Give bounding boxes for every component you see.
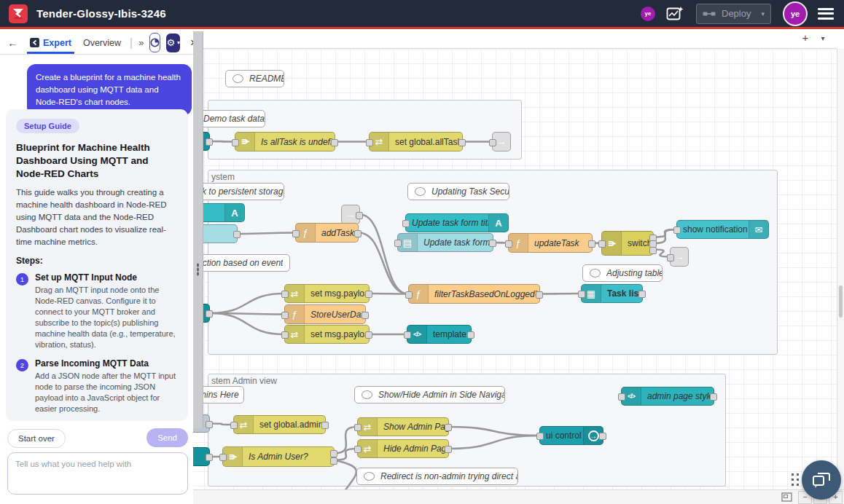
output-port[interactable] [599,433,606,440]
flow-node-isadmin[interactable]: ⋔Is Admin User? [222,446,335,467]
output-port[interactable] [536,291,543,299]
output-port[interactable] [638,291,646,298]
divider-grip[interactable] [197,263,199,276]
flow-node-notif[interactable]: show notification✉ [676,220,769,239]
input-port[interactable] [354,424,362,431]
navigator-icon[interactable] [781,492,792,502]
comment-node-c_updating[interactable]: Updating Task Securely [407,183,509,200]
flow-node-uicontrol[interactable]: ui control→ [539,426,603,445]
input-port[interactable] [394,240,402,247]
comment-node-c_adjust[interactable]: Adjusting table [582,264,663,282]
flow-node-linkout2[interactable]: → [670,247,689,267]
input-port[interactable] [598,240,606,248]
flow-node-updform[interactable]: ▤Update task form [397,233,493,252]
chat-button[interactable] [802,460,841,500]
output-port[interactable] [467,331,474,339]
panel-resize-divider[interactable] [193,31,203,428]
flow-node-showadmin[interactable]: ⇄Show Admin Page [357,417,449,436]
flow-node-linkout1[interactable]: → [492,132,511,151]
output-port[interactable] [649,247,657,254]
flow-node-tasklist[interactable]: ▦Task list [581,284,643,303]
output-port[interactable] [356,212,363,219]
input-port[interactable] [667,254,674,261]
input-port[interactable] [281,291,289,298]
flow-node-setalltask[interactable]: ⇄set global.allTask [369,132,463,151]
output-port[interactable] [354,230,362,237]
flow-node-setpayload1[interactable]: ⇄set msg.payload [284,284,370,303]
flow-node-setadmins[interactable]: ⇄set global.admins [233,415,326,434]
input-port[interactable] [281,312,289,319]
input-port[interactable] [673,227,681,234]
output-port[interactable] [365,331,372,339]
comment-node-readme[interactable]: README [225,70,284,87]
output-port[interactable] [206,138,213,146]
input-port[interactable] [505,240,512,248]
output-port[interactable] [445,446,452,453]
output-port[interactable] [365,291,372,298]
input-port[interactable] [219,454,227,461]
vertical-scroll-thumb[interactable] [839,286,843,318]
drag-handle-dots[interactable] [790,472,800,487]
assistant-response-card[interactable]: Setup Guide Blueprint for Machine Health… [6,109,188,421]
deploy-caret-icon[interactable]: ▾ [761,10,765,17]
flow-node-linkmid[interactable]: → [341,205,360,224]
flow-node-hideadmin[interactable]: ⇄Hide Admin Page [357,439,449,458]
flow-node-isalltask[interactable]: ⋔Is allTask is undefined [235,132,335,151]
add-flow-button[interactable]: + [797,31,813,44]
output-port[interactable] [331,139,338,146]
flow-node-storeuser[interactable]: ƒStoreUserData [284,304,366,324]
input-port[interactable] [292,230,300,237]
input-port[interactable] [404,331,411,339]
start-over-button[interactable]: Start over [7,429,66,448]
assistant-icon[interactable] [665,4,684,23]
flow-node-template[interactable]: </>template [407,325,472,344]
vertical-scrollbar[interactable] [837,49,844,489]
flow-node-updatetask[interactable]: ƒupdateTask [508,233,593,253]
output-port[interactable] [458,139,466,146]
flow-node-setpayload2[interactable]: ⇄set msg.payload [284,325,370,344]
tab-expert[interactable]: Expert [27,31,74,54]
mini-avatar[interactable]: ye [641,7,655,21]
input-port[interactable] [405,291,413,299]
input-port[interactable] [489,139,496,146]
input-port[interactable] [366,139,373,146]
output-port[interactable] [588,240,595,248]
tab-overview[interactable]: Overview [80,31,124,54]
flow-node-adminstyle[interactable]: </>admin page style [621,387,714,406]
back-icon[interactable]: ← [4,36,21,49]
output-port[interactable] [233,231,241,238]
deploy-button[interactable]: Deploy ▾ [696,4,771,24]
input-port[interactable] [618,393,625,401]
output-port[interactable] [489,240,496,247]
input-port[interactable] [536,433,544,440]
input-port[interactable] [281,331,289,339]
flowfuse-logo[interactable] [9,4,28,23]
main-menu-icon[interactable] [818,8,834,20]
tab-overflow-icon[interactable]: » [138,37,144,48]
flow-node-switchnode[interactable]: ⋔switch [601,231,654,256]
flow-node-addtask[interactable]: ƒaddTask [295,223,359,243]
input-port[interactable] [230,422,238,429]
input-port[interactable] [232,139,239,146]
output-port[interactable] [710,393,717,401]
send-button[interactable]: Send [146,428,188,447]
usage-pie-button[interactable] [149,33,160,52]
help-input[interactable] [7,452,188,495]
comment-node-c_redirect[interactable]: Redirect is non-admin trying direct acce… [356,468,518,485]
output-port[interactable] [206,454,213,461]
input-port[interactable] [578,291,585,298]
output-port[interactable] [362,312,369,319]
flow-list-button[interactable]: ▾ [815,34,831,42]
comment-node-c_showhide[interactable]: Show/Hide Admin in Side Navigation [354,386,505,403]
output-port[interactable] [206,310,213,318]
output-port[interactable] [206,421,213,428]
flow-node-filter[interactable]: ƒfilterTaskBasedOnLoggedUser [408,284,540,304]
settings-button[interactable]: ⚙ ▾ [166,34,180,52]
output-port[interactable] [330,457,337,465]
input-port[interactable] [402,220,410,227]
flow-node-updformtitle[interactable]: Update task form titleA [405,213,509,232]
output-port[interactable] [445,424,452,431]
output-port[interactable] [330,450,337,457]
input-port[interactable] [354,446,362,453]
user-avatar[interactable]: ye [783,1,808,26]
